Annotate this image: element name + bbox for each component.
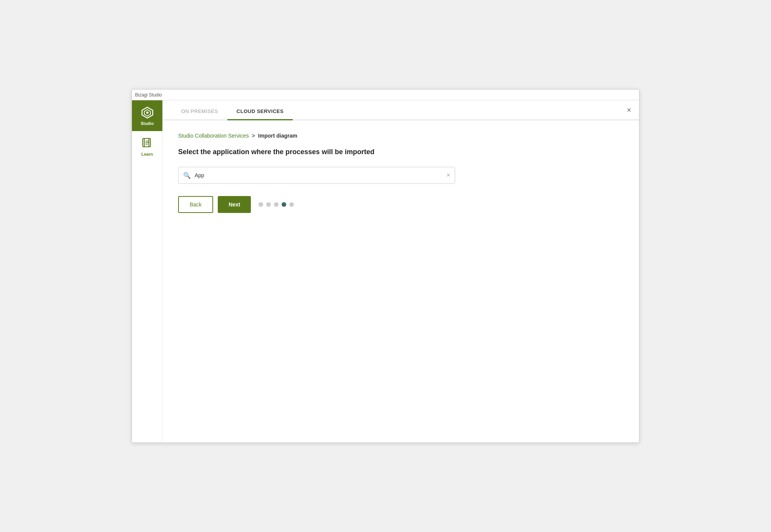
studio-icon	[140, 106, 154, 120]
breadcrumb: Studio Collaboration Services > Import d…	[178, 133, 624, 139]
sidebar: Studio Learn	[132, 100, 163, 442]
tab-on-premises[interactable]: ON PREMISES	[172, 103, 227, 120]
svg-point-2	[146, 111, 149, 114]
sidebar-item-studio[interactable]: Studio	[132, 100, 162, 131]
search-input[interactable]	[195, 172, 447, 178]
step-dot-4	[282, 202, 286, 207]
page-content: Studio Collaboration Services > Import d…	[163, 120, 639, 442]
page-title: Select the application where the process…	[178, 148, 624, 156]
sidebar-item-learn[interactable]: Learn	[132, 131, 162, 162]
step-dots	[259, 202, 294, 207]
main-layout: Studio Learn ON PREMISES	[132, 100, 639, 442]
breadcrumb-separator: >	[252, 133, 255, 139]
search-clear-button[interactable]: ×	[447, 172, 450, 179]
search-icon: 🔍	[183, 172, 191, 179]
sidebar-studio-label: Studio	[140, 121, 154, 126]
buttons-row: Back Next	[178, 196, 624, 213]
tab-bar: ON PREMISES CLOUD SERVICES ×	[163, 100, 639, 120]
step-dot-2	[266, 202, 271, 207]
window-title: Bizagi Studio	[135, 92, 162, 98]
sidebar-learn-label: Learn	[142, 152, 153, 156]
next-button[interactable]: Next	[218, 196, 251, 213]
title-bar: Bizagi Studio	[132, 90, 639, 100]
close-button[interactable]: ×	[627, 106, 631, 114]
search-container: 🔍 ×	[178, 167, 455, 184]
step-dot-3	[274, 202, 279, 207]
step-dot-1	[259, 202, 263, 207]
back-button[interactable]: Back	[178, 196, 213, 213]
breadcrumb-current: Import diagram	[258, 133, 297, 139]
step-dot-5	[289, 202, 294, 207]
learn-icon	[140, 136, 154, 150]
content-area: ON PREMISES CLOUD SERVICES × Studio Coll…	[163, 100, 639, 442]
tab-cloud-services[interactable]: CLOUD SERVICES	[227, 103, 293, 120]
main-window: Bizagi Studio Studio	[132, 89, 639, 443]
breadcrumb-link[interactable]: Studio Collaboration Services	[178, 133, 249, 139]
